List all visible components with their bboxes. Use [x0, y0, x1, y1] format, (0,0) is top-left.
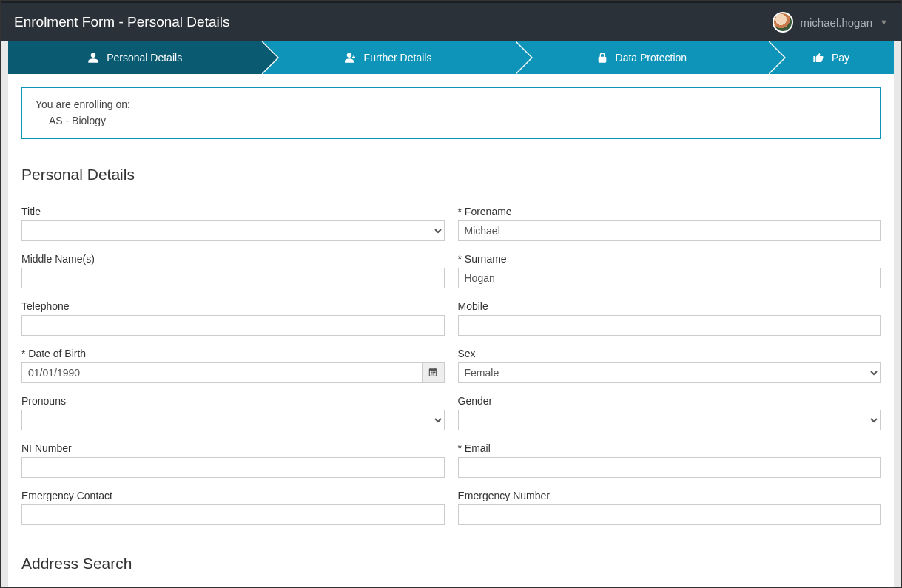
pronouns-label: Pronouns [21, 395, 445, 407]
page-title: Enrolment Form - Personal Details [14, 14, 229, 30]
personal-details-form: Title * Forename Middle Name(s) * Surnam… [21, 206, 881, 525]
step-label: Pay [832, 52, 849, 64]
user-menu[interactable]: michael.hogan ▼ [773, 12, 888, 33]
avatar [773, 12, 793, 33]
gender-select[interactable] [458, 410, 881, 430]
person-icon [87, 52, 99, 64]
emergency-contact-field[interactable] [21, 504, 445, 525]
thumbs-up-icon [812, 52, 824, 64]
emergency-contact-label: Emergency Contact [21, 490, 445, 501]
progress-steps: Personal Details Further Details Data Pr… [8, 41, 894, 74]
gender-label: Gender [458, 395, 881, 407]
pronouns-select[interactable] [21, 410, 445, 430]
main-scroll-area[interactable]: Personal Details Further Details Data Pr… [1, 41, 901, 587]
step-label: Personal Details [107, 52, 182, 64]
middlenames-field[interactable] [21, 268, 445, 288]
username: michael.hogan [801, 16, 873, 29]
calendar-button[interactable] [423, 362, 445, 383]
person-plus-icon [345, 52, 357, 64]
title-select[interactable] [21, 220, 445, 241]
forename-label: * Forename [458, 206, 881, 217]
forename-field[interactable] [458, 220, 881, 241]
sex-select[interactable]: Female [458, 362, 881, 383]
step-personal-details[interactable]: Personal Details [8, 41, 261, 74]
calendar-icon [428, 367, 438, 379]
email-label: * Email [458, 442, 881, 454]
dob-field[interactable] [21, 362, 423, 383]
info-intro: You are enrolling on: [36, 98, 866, 110]
lock-icon [596, 52, 608, 64]
email-field[interactable] [458, 457, 881, 478]
enrolment-info-box: You are enrolling on: AS - Biology [21, 87, 881, 139]
section-personal-details: Personal Details [21, 166, 881, 183]
title-label: Title [21, 206, 445, 217]
surname-field[interactable] [458, 268, 881, 288]
mobile-field[interactable] [458, 315, 881, 336]
emergency-number-label: Emergency Number [458, 490, 881, 501]
surname-label: * Surname [458, 253, 881, 265]
telephone-field[interactable] [21, 315, 445, 336]
telephone-label: Telephone [21, 300, 445, 312]
sex-label: Sex [458, 348, 881, 359]
step-data-protection[interactable]: Data Protection [515, 41, 768, 74]
step-label: Further Details [364, 52, 432, 64]
step-further-details[interactable]: Further Details [261, 41, 514, 74]
section-address-search: Address Search [21, 555, 881, 572]
info-course: AS - Biology [36, 115, 866, 126]
emergency-number-field[interactable] [458, 504, 881, 525]
ninumber-label: NI Number [21, 442, 445, 454]
dob-label: * Date of Birth [21, 348, 445, 359]
step-pay[interactable]: Pay [768, 41, 894, 74]
chevron-down-icon: ▼ [880, 18, 888, 27]
middlenames-label: Middle Name(s) [21, 253, 445, 265]
step-label: Data Protection [616, 52, 687, 64]
header-bar: Enrolment Form - Personal Details michae… [1, 3, 901, 41]
mobile-label: Mobile [458, 300, 881, 312]
ninumber-field[interactable] [21, 457, 445, 478]
